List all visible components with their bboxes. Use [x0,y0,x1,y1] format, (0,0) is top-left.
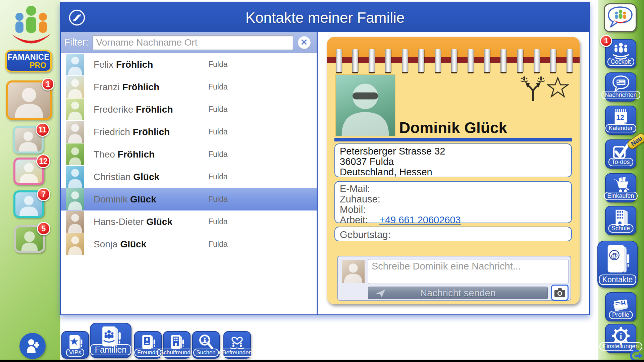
filter-label: Filter: [64,37,89,48]
toolbar-suchen-label: Suchen [193,349,219,357]
spiral-ring [484,49,490,72]
work-phone-link[interactable]: +49 661 20602603 [379,215,461,225]
contact-row[interactable]: Friedrich Fröhlich Fulda [61,121,317,143]
clear-filter-button[interactable]: ✕ [298,36,311,49]
mobile-phone-label: Mobil: [340,204,379,215]
contact-name: Sonja Glück [94,239,146,250]
contact-avatar [66,76,84,98]
speech-bubble-logo-icon [606,6,634,30]
famanice-logo [9,3,53,48]
contact-city: Fulda [208,60,228,69]
share-contact-button[interactable] [520,75,546,102]
toolbar-suchen-button[interactable]: Suchen [192,331,220,359]
contact-row[interactable]: Hans-Dieter Glück Fulda [61,210,317,233]
birthday-box: Geburtstag: [334,227,572,241]
contact-row[interactable]: Christian Glück Fulda [61,166,317,188]
sender-avatar [342,260,365,283]
famanice-home-button[interactable] [604,3,637,32]
spiral-ring [517,49,523,72]
add-person-button[interactable] [19,333,46,359]
nav-schule-label: Schule [608,224,633,233]
address-line: 36037 Fulda [340,157,567,167]
svg-text:12: 12 [616,114,624,122]
contact-row[interactable]: Franzi Fröhlich Fulda [61,76,317,98]
contact-avatar [66,188,84,210]
member-badge: 12 [36,154,50,168]
attach-photo-button[interactable] [551,285,569,301]
svg-text:@: @ [611,251,618,259]
address-line: Deutschland, Hessen [340,167,567,177]
favorite-star-button[interactable] [547,76,569,99]
nav-kalender-label: Kalender [605,124,636,132]
nav-cockpit-label: Cockpit [607,58,634,66]
nav-todos-label: To-dos [608,158,633,166]
spiral-ring [567,49,573,72]
nav-einkaufen-button[interactable]: Einkaufen [605,173,636,202]
toolbar-schulfreunde-label: Schulfreunde [157,349,197,357]
spiral-ring [435,49,441,72]
nav-nachrichten-button[interactable]: Nachrichten [605,72,636,102]
contact-name: Christian Glück [94,172,159,182]
member-badge: 11 [36,123,50,137]
address-book-icon: @ [604,243,631,276]
nav-profile-button[interactable]: Profile [605,292,636,321]
famanice-pro-button[interactable]: FAMANICE PRO [5,50,52,72]
paper-plane-icon [376,289,386,298]
contact-name: Franzi Fröhlich [94,82,159,93]
logo-swoosh [11,34,51,44]
contact-avatar [66,121,84,143]
contact-row[interactable]: Sonja Glück Fulda [61,233,317,255]
contact-city: Fulda [208,195,228,204]
logo-figures [15,6,47,33]
nav-notification-badge: 1 [600,35,612,47]
address-line: Petersberger Strasse 32 [340,146,567,157]
contact-info-box: E-Mail: Zuhause: Mobil: Arbeit:+49 661 2… [334,181,572,223]
contact-row[interactable]: Felix Fröhlich Fulda [61,53,317,76]
send-message-label: Nachricht senden [420,288,496,299]
contact-row[interactable]: Frederike Fröhlich Fulda [61,98,317,121]
contact-detail-pane: Dominik Glück Petersberger Strasse 32 36… [317,32,589,314]
contact-row-selected[interactable]: Dominik Glück Fulda [61,188,317,210]
email-label: E-Mail: [340,184,379,194]
nav-kontakte-label: Kontakte [599,275,636,285]
contact-list-pane: Filter: ✕ Felix Fröhlich Fulda Franzi Fr… [61,32,317,314]
spiral-ring [402,49,408,72]
window-titlebar: Kontakte meiner Familie [61,3,589,32]
toolbar-vips-label: VIPs [66,349,84,357]
filter-bar: Filter: ✕ [61,32,317,53]
send-message-button[interactable]: Nachricht senden [368,287,548,299]
spiral-ring [468,49,474,72]
detail-contact-name: Dominik Glück [399,119,507,137]
filter-input[interactable] [93,35,293,50]
add-person-icon [25,338,40,354]
contact-avatar [66,166,84,188]
birthday-label: Geburtstag: [340,229,391,240]
nav-kontakte-button-active[interactable]: @ Kontakte [597,241,638,288]
nav-schule-button[interactable]: Schule [605,206,636,235]
contact-city: Fulda [208,82,228,92]
spiral-ring [550,49,556,72]
spiral-ring [385,49,391,72]
contact-city: Fulda [208,172,228,181]
nav-kalender-button[interactable]: 12 Kalender [605,106,636,135]
name-underline [334,138,572,141]
home-phone-label: Zuhause: [340,194,379,204]
camera-icon [554,288,566,297]
contact-city: Fulda [208,217,228,226]
spiral-ring [336,49,342,72]
person-silhouette-icon [342,260,365,283]
message-input[interactable] [368,259,569,284]
contact-city: Fulda [208,150,228,159]
toolbar-befreunden-button[interactable]: Befreunden [223,331,251,359]
bottom-edge [0,360,644,362]
toolbar-vips-button[interactable]: VIPs [61,331,89,359]
brand-pro: PRO [7,61,50,70]
sync-button[interactable] [68,9,86,26]
spiral-ring [352,49,358,72]
toolbar-schulfreunde-button[interactable]: Schulfreunde [163,331,191,359]
spiral-ring [369,49,375,72]
nav-profile-label: Profile [609,311,633,319]
contact-photo [335,74,395,136]
contact-row[interactable]: Theo Fröhlich Fulda [61,143,317,166]
toolbar-familien-button-active[interactable]: Familien [90,323,131,358]
